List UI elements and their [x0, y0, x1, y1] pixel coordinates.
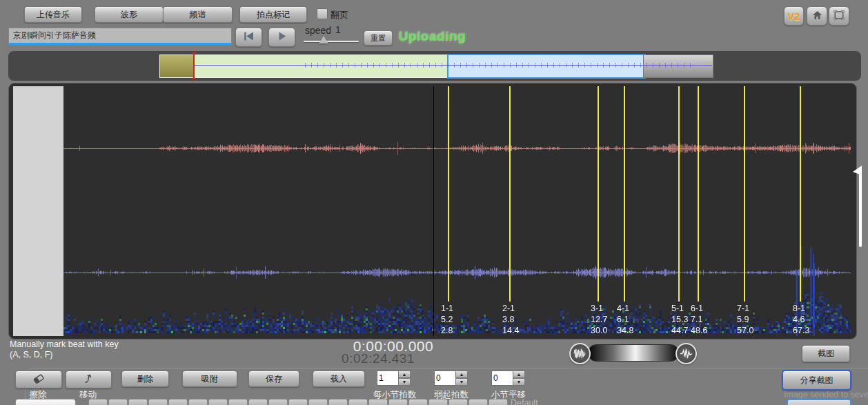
cutoff-button[interactable]	[489, 399, 508, 405]
play-button[interactable]	[268, 28, 295, 47]
cutoff-button[interactable]	[408, 399, 428, 405]
bar-shift-input[interactable]	[491, 371, 515, 386]
home-button[interactable]	[807, 6, 827, 26]
cutoff-button[interactable]	[168, 399, 188, 405]
waveform-zoom-slider[interactable]	[588, 344, 679, 362]
home-icon	[811, 10, 823, 23]
cutoff-button[interactable]	[268, 399, 288, 405]
keyboard-hint-text: Manually mark beat with key (A, S, D, F)	[10, 339, 119, 360]
skip-start-icon	[243, 31, 255, 43]
stepper-up-icon[interactable]: ▲	[513, 371, 525, 378]
beat-marker-line[interactable]	[509, 86, 511, 302]
beat-marker-label: 3-112.730.0	[591, 303, 607, 336]
erase-tool-button[interactable]	[15, 371, 62, 388]
beat-mark-button[interactable]: 拍点标记	[239, 6, 307, 23]
wave-sparse-icon[interactable]	[675, 343, 697, 364]
cutoff-button[interactable]	[248, 399, 268, 405]
beat-marker-label: 7-15.957.0	[737, 303, 753, 336]
load-button[interactable]: 载入	[313, 371, 365, 387]
eraser-icon	[32, 373, 46, 386]
waveform-view-button[interactable]: 波形	[95, 6, 164, 23]
spectrum-view-button[interactable]: 频谱	[163, 6, 233, 23]
stepper-up-icon[interactable]: ▲	[398, 371, 411, 378]
pickup-beats-input[interactable]	[434, 371, 457, 386]
beat-marker-label: 5-115.344.7	[671, 303, 688, 336]
move-tool-button[interactable]	[66, 371, 112, 388]
cutoff-button[interactable]	[368, 399, 388, 405]
beat-marker-label: 8-14.667.3	[793, 303, 809, 336]
cutoff-button[interactable]	[148, 399, 168, 405]
fullscreen-button[interactable]	[829, 6, 849, 26]
cutoff-button[interactable]	[188, 399, 208, 405]
screenshot-button[interactable]: 截图	[802, 345, 850, 362]
bar-shift-stepper[interactable]: ▲ ▼	[513, 371, 525, 386]
speed-value: 1	[335, 24, 341, 35]
beat-marker-label: 4-16.134.8	[617, 303, 633, 336]
total-time-display: 0:02:24.431	[295, 351, 461, 366]
overview-played-segment	[160, 55, 194, 77]
beat-marker-line[interactable]	[598, 86, 599, 302]
cutoff-button[interactable]	[328, 399, 348, 405]
page-turn-label: 翻页	[331, 9, 348, 21]
cutoff-button[interactable]	[108, 399, 128, 405]
playhead-line[interactable]	[433, 86, 434, 336]
cutoff-button[interactable]	[288, 399, 308, 405]
speed-slider-track[interactable]	[304, 41, 359, 42]
cutoff-button[interactable]	[208, 399, 228, 405]
cutoff-button[interactable]	[448, 399, 468, 405]
share-screenshot-button[interactable]: 分享截图	[782, 370, 851, 391]
cutoff-button[interactable]	[308, 399, 328, 405]
waveform-display-area[interactable]: 1-15.22.82-13.814.43-112.730.04-16.134.8…	[63, 86, 851, 336]
cutoff-button[interactable]	[388, 399, 408, 405]
waveform-canvas[interactable]	[63, 86, 851, 336]
delete-button[interactable]: 删除	[121, 371, 169, 387]
overview-timeline-panel	[8, 51, 861, 81]
stepper-down-icon[interactable]: ▼	[513, 378, 525, 386]
beat-marker-label: 2-13.814.4	[502, 303, 519, 336]
stepper-down-icon[interactable]: ▼	[398, 378, 411, 386]
pickup-beats-stepper[interactable]: ▲ ▼	[455, 371, 468, 386]
waveform-panel: 1-15.22.82-13.814.43-112.730.04-16.134.8…	[8, 83, 857, 339]
beat-marker-label: 1-15.22.8	[441, 303, 453, 336]
scroll-cursor-indicator[interactable]	[859, 170, 862, 247]
stepper-up-icon[interactable]: ▲	[455, 371, 468, 378]
cutoff-button[interactable]	[128, 399, 148, 405]
beat-marker-line[interactable]	[678, 86, 680, 302]
v2-version-button[interactable]: V2	[784, 6, 804, 26]
beat-marker-line[interactable]	[800, 86, 801, 302]
play-icon	[277, 31, 288, 43]
beat-marker-label: 6-17.148.6	[691, 303, 707, 336]
cutoff-white-button[interactable]	[15, 399, 76, 405]
upload-music-button[interactable]: 上传音乐	[24, 6, 82, 23]
cutoff-button[interactable]	[228, 399, 248, 405]
page-turn-checkbox[interactable]	[317, 8, 328, 19]
cutoff-button[interactable]	[88, 399, 108, 405]
audio-filename-input[interactable]	[8, 28, 232, 45]
wave-dense-icon[interactable]	[569, 343, 591, 364]
reset-button[interactable]: 重置	[364, 30, 393, 46]
beat-marker-line[interactable]	[624, 86, 625, 302]
save-button[interactable]: 保存	[248, 371, 299, 387]
waveform-left-margin	[13, 86, 63, 336]
snap-button[interactable]: 吸附	[182, 371, 237, 387]
beat-marker-line[interactable]	[448, 86, 449, 302]
skip-to-start-button[interactable]	[235, 28, 262, 47]
beat-marker-line[interactable]	[698, 86, 699, 302]
fullscreen-icon	[833, 10, 845, 23]
overview-playhead-marker[interactable]	[193, 52, 195, 79]
speed-slider-thumb[interactable]	[319, 36, 328, 43]
cutoff-button[interactable]	[428, 399, 448, 405]
beats-per-bar-input[interactable]	[377, 371, 400, 386]
default-preset-label: Default	[511, 398, 538, 405]
beats-per-bar-stepper[interactable]: ▲ ▼	[398, 371, 411, 386]
beat-marker-line[interactable]	[744, 86, 745, 302]
overview-waveform-ticks	[305, 63, 691, 68]
speed-label: speed	[305, 25, 331, 36]
cutoff-button[interactable]	[468, 399, 488, 405]
cutoff-blue-button[interactable]	[787, 399, 851, 405]
move-icon	[83, 373, 95, 386]
v2-badge: V2	[787, 10, 800, 22]
beat-marking-app: { "colors": { "accent_blue": "#2d9fe8", …	[0, 0, 868, 405]
stepper-down-icon[interactable]: ▼	[455, 378, 468, 386]
cutoff-button[interactable]	[348, 399, 368, 405]
